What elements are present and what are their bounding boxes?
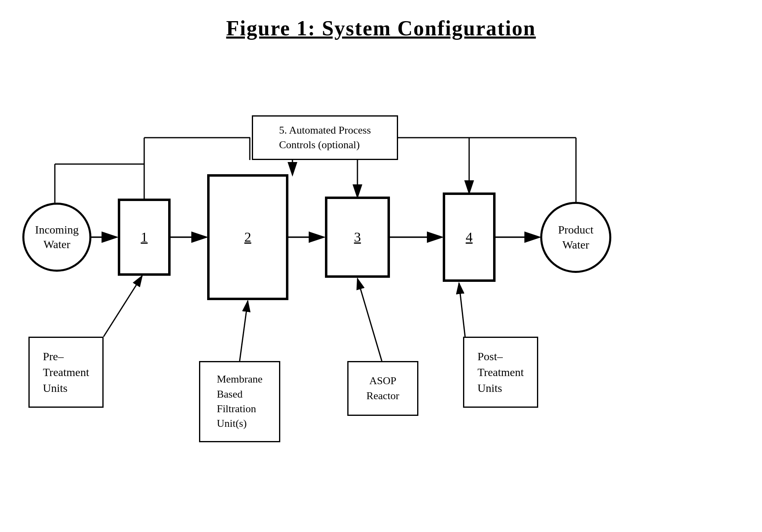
svg-line-19 xyxy=(357,279,382,361)
box3-label: 3 xyxy=(354,227,361,247)
box5: 5. Automated Process Controls (optional) xyxy=(252,115,398,160)
incoming-water-label: Incoming Water xyxy=(35,223,78,252)
membrane-box: Membrane Based Filtration Unit(s) xyxy=(199,361,280,442)
box1-label: 1 xyxy=(141,227,148,247)
post-treatment-label: Post– Treatment Units xyxy=(477,348,524,396)
product-water-label: Product Water xyxy=(558,223,593,252)
svg-line-18 xyxy=(240,301,248,361)
membrane-label: Membrane Based Filtration Unit(s) xyxy=(217,372,263,431)
box4: 4 xyxy=(443,192,496,282)
incoming-water-circle: Incoming Water xyxy=(22,203,91,272)
box2: 2 xyxy=(207,174,288,300)
svg-line-17 xyxy=(104,276,142,337)
post-treatment-box: Post– Treatment Units xyxy=(463,337,538,408)
asop-label: ASOP Reactor xyxy=(366,374,399,403)
box4-label: 4 xyxy=(466,227,473,247)
pre-treatment-label: Pre– Treatment Units xyxy=(43,348,89,396)
box5-label: 5. Automated Process Controls (optional) xyxy=(279,123,371,153)
svg-line-20 xyxy=(459,283,465,337)
box1: 1 xyxy=(118,199,171,276)
asop-box: ASOP Reactor xyxy=(347,361,418,416)
product-water-circle: Product Water xyxy=(540,202,611,273)
pre-treatment-box: Pre– Treatment Units xyxy=(28,337,104,408)
diagram-container: Incoming Water 1 2 3 4 Product Water 5. … xyxy=(0,52,762,532)
box3: 3 xyxy=(325,197,390,278)
box2-label: 2 xyxy=(245,227,251,247)
page-title: Figure 1: System Configuration xyxy=(0,0,762,44)
